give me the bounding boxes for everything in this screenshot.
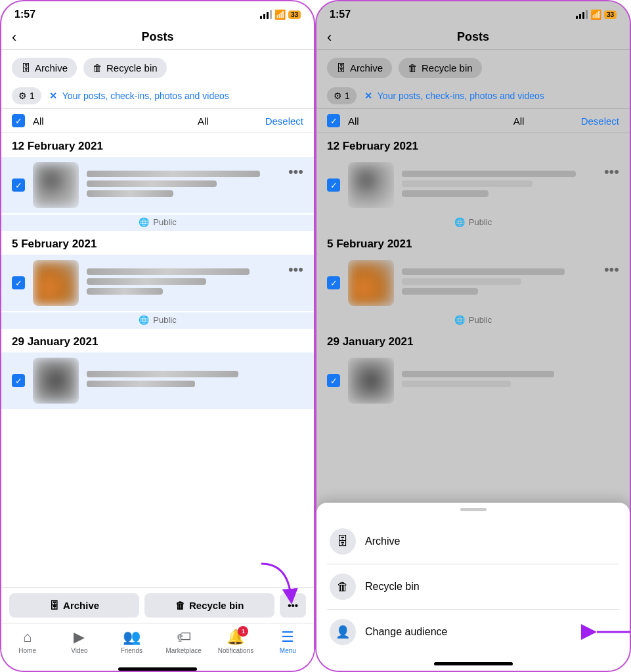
recycle-action-btn-left[interactable]: 🗑 Recycle bin [144, 593, 274, 618]
sheet-archive-item[interactable]: 🗄 Archive [316, 519, 630, 564]
date-header-1-right: 12 February 2021 [316, 133, 630, 157]
status-time-right: 1:57 [330, 9, 351, 20]
post-item-3-left: ✓ [1, 352, 314, 409]
friends-label-left: Friends [121, 647, 142, 654]
back-button-right[interactable]: ‹ [327, 29, 332, 46]
sheet-recycle-item[interactable]: 🗑 Recycle bin [316, 564, 630, 609]
filter-count-right: 1 [345, 91, 350, 101]
filter-clear-left[interactable]: ✕ [49, 91, 57, 101]
date-header-3-left: 29 January 2021 [1, 329, 314, 352]
sheet-recycle-icon: 🗑 [330, 574, 356, 600]
archive-icon-left: 🗄 [21, 62, 31, 74]
sheet-archive-icon: 🗄 [330, 528, 356, 555]
sheet-audience-item[interactable]: 👤 Change audience [316, 610, 630, 654]
post-item-3-right: ✓ [316, 352, 630, 409]
filter-count-left: 1 [30, 91, 35, 101]
notif-badge-left: 1 [238, 626, 248, 637]
page-title-right: Posts [457, 30, 489, 44]
select-all-checkbox-left[interactable]: ✓ [12, 114, 25, 127]
archive-tab-label-left: Archive [35, 62, 68, 74]
post-avatar-1-right [348, 162, 394, 208]
status-bar-right: 1:57 📶 33 [316, 1, 630, 25]
all-label-right: All [464, 116, 573, 127]
post-checkbox-2-right[interactable]: ✓ [327, 276, 340, 289]
filter-tabs-left: 🗄 Archive 🗑 Recycle bin [1, 50, 314, 83]
status-icons-right: 📶 33 [576, 9, 617, 20]
select-row-left: ✓ All All Deselect [1, 109, 314, 133]
nav-friends-left[interactable]: 👥 Friends [106, 629, 158, 654]
globe-icon-2-right: 🌐 [454, 315, 465, 325]
post-public-2-left: 🌐 Public [1, 312, 314, 329]
post-avatar-2-right [348, 260, 394, 306]
post-more-1-right[interactable]: ••• [604, 163, 619, 180]
nav-menu-left[interactable]: ☰ Menu [262, 629, 314, 654]
archive-action-btn-left[interactable]: 🗄 Archive [9, 593, 139, 618]
post-checkbox-3-left[interactable]: ✓ [12, 374, 25, 387]
filter-clear-right[interactable]: ✕ [364, 91, 372, 101]
all-label-left: All [149, 116, 257, 127]
deselect-link-right[interactable]: Deselect [581, 116, 619, 127]
post-more-2-right[interactable]: ••• [604, 261, 619, 278]
select-row-right: ✓ All All Deselect [316, 109, 630, 133]
home-indicator-right [434, 662, 513, 665]
back-button-left[interactable]: ‹ [12, 29, 16, 46]
post-item-1-right: ✓ ••• [316, 157, 630, 213]
post-checkbox-1-right[interactable]: ✓ [327, 178, 340, 192]
friends-icon-left: 👥 [123, 629, 141, 646]
globe-icon-2-left: 🌐 [139, 315, 149, 325]
post-more-2-left[interactable]: ••• [288, 261, 303, 278]
post-checkbox-2-left[interactable]: ✓ [12, 276, 25, 289]
sheet-recycle-label: Recycle bin [365, 581, 420, 593]
arrow-annotation-right [590, 616, 631, 648]
home-icon-left: ⌂ [23, 629, 32, 646]
nav-home-left[interactable]: ⌂ Home [1, 629, 53, 654]
checkmark-left: ✓ [15, 116, 22, 126]
date-header-1-left: 12 February 2021 [1, 133, 314, 157]
post-avatar-3-left [33, 358, 79, 404]
post-content-2-left [87, 268, 303, 298]
recycle-tab-right[interactable]: 🗑 Recycle bin [399, 58, 482, 78]
post-more-1-left[interactable]: ••• [288, 163, 303, 180]
post-avatar-1-left [33, 162, 79, 208]
post-public-1-left: 🌐 Public [1, 215, 314, 231]
sheet-handle [460, 508, 487, 511]
sheet-archive-label: Archive [365, 536, 400, 547]
menu-label-left: Menu [280, 647, 296, 654]
deselect-link-left[interactable]: Deselect [265, 116, 303, 127]
left-panel: 1:57 📶 33 ‹ Posts 🗄 Archive 🗑 Recycle bi… [0, 0, 315, 672]
recycle-tab-left[interactable]: 🗑 Recycle bin [83, 58, 167, 78]
post-checkbox-1-left[interactable]: ✓ [12, 178, 25, 192]
archive-btn-icon-left: 🗄 [49, 600, 59, 611]
post-content-2-right [402, 268, 619, 298]
select-all-label-left: All [33, 116, 141, 127]
header-right: ‹ Posts [316, 25, 630, 50]
recycle-tab-label-right: Recycle bin [422, 62, 473, 74]
date-header-2-left: 5 February 2021 [1, 231, 314, 255]
date-header-2-right: 5 February 2021 [316, 231, 630, 255]
nav-video-left[interactable]: ▶ Video [53, 629, 105, 654]
recycle-btn-label-left: Recycle bin [189, 600, 244, 611]
filter-count-btn-right[interactable]: ⚙ 1 [327, 87, 357, 104]
archive-tab-right[interactable]: 🗄 Archive [327, 58, 392, 78]
battery-left: 33 [288, 10, 301, 19]
filter-text-right: Your posts, check-ins, photos and videos [378, 91, 544, 101]
nav-notifications-left[interactable]: 🔔 1 Notifications [209, 629, 261, 654]
home-indicator-left [118, 667, 197, 671]
home-label-left: Home [18, 647, 36, 654]
post-content-3-left [87, 371, 303, 390]
more-action-btn-left[interactable]: ••• [280, 593, 306, 618]
bottom-nav-left: ⌂ Home ▶ Video 👥 Friends 🏷 Marketplace 🔔… [1, 623, 314, 665]
status-bar-left: 1:57 📶 33 [1, 1, 314, 25]
recycle-btn-icon-left: 🗑 [175, 600, 185, 611]
status-icons-left: 📶 33 [260, 9, 301, 20]
page-title-left: Posts [141, 30, 173, 44]
select-all-checkbox-right[interactable]: ✓ [327, 114, 340, 127]
post-checkbox-3-right[interactable]: ✓ [327, 374, 340, 387]
post-item-2-left: ✓ ••• [1, 255, 314, 311]
nav-marketplace-left[interactable]: 🏷 Marketplace [158, 629, 209, 654]
filter-icon-right: ⚙ [334, 91, 342, 101]
recycle-icon-right: 🗑 [408, 62, 418, 74]
archive-tab-left[interactable]: 🗄 Archive [12, 58, 77, 78]
filter-count-btn-left[interactable]: ⚙ 1 [12, 87, 41, 104]
menu-icon-left: ☰ [281, 629, 294, 646]
